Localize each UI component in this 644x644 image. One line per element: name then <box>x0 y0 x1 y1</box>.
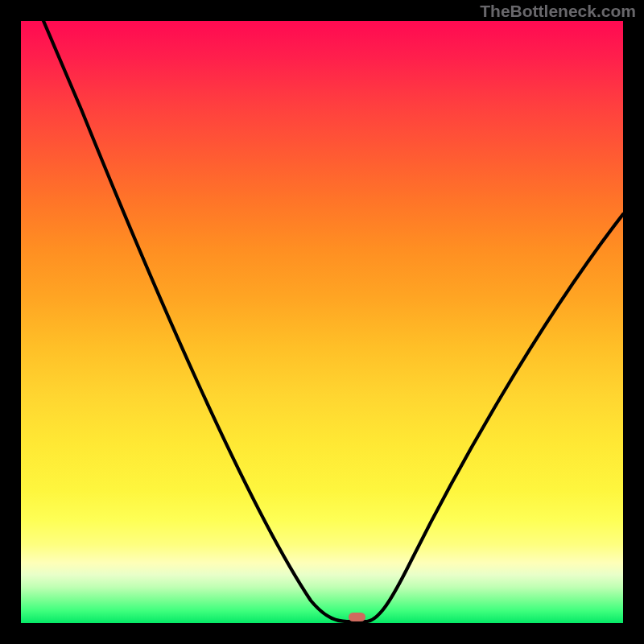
bottleneck-curve <box>21 21 623 623</box>
watermark-text: TheBottleneck.com <box>480 2 636 21</box>
bottleneck-curve-path <box>43 21 623 621</box>
chart-frame: TheBottleneck.com <box>0 0 644 644</box>
plot-area <box>21 21 623 623</box>
optimal-point-marker <box>349 613 365 621</box>
